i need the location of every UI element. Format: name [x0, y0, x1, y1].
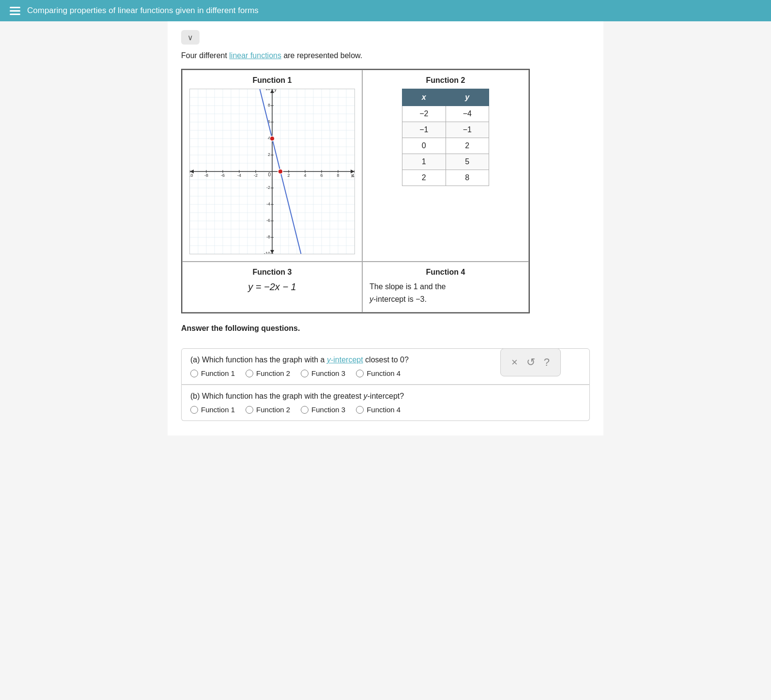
qb-radio-f1[interactable]: [190, 406, 198, 414]
intro-before: Four different: [181, 51, 229, 60]
table-cell-x: 0: [402, 138, 446, 154]
qb-radio-f3[interactable]: [301, 406, 308, 414]
qa-option-3[interactable]: Function 3: [301, 369, 345, 377]
header-title: Comparing properties of linear functions…: [27, 6, 259, 16]
qb-label-f1: Function 1: [201, 405, 235, 414]
table-row: 15: [402, 154, 489, 170]
table-cell-y: −4: [446, 106, 489, 122]
f4-line2: y-intercept is −3.: [370, 295, 427, 303]
intro-text: Four different linear functions are repr…: [181, 51, 590, 60]
table-cell-x: −1: [402, 122, 446, 138]
undo-button[interactable]: ↺: [526, 356, 535, 369]
qb-option-2[interactable]: Function 2: [246, 405, 290, 414]
table-row: −2−4: [402, 106, 489, 122]
f4-line1: The slope is 1 and the: [370, 282, 446, 291]
qa-before: (a) Which function has the graph with a: [190, 356, 327, 364]
close-button[interactable]: ×: [511, 356, 518, 369]
qb-option-4[interactable]: Function 4: [356, 405, 401, 414]
function-1-title: Function 1: [189, 76, 355, 85]
qa-radio-f1[interactable]: [190, 370, 198, 377]
table-cell-x: 1: [402, 154, 446, 170]
question-b-text: (b) Which function has the graph with th…: [190, 392, 581, 401]
qb-label-f4: Function 4: [367, 405, 401, 414]
qa-label-f3: Function 3: [311, 369, 345, 377]
qa-radio-f2[interactable]: [246, 370, 253, 377]
function-3-equation: y = −2x − 1: [189, 281, 355, 293]
table-cell-y: 2: [446, 138, 489, 154]
function-2-cell: Function 2 x y −2−4−1−1021528: [362, 70, 529, 262]
function-4-description: The slope is 1 and the y-intercept is −3…: [370, 280, 522, 305]
collapse-button[interactable]: ∨: [181, 30, 200, 45]
side-actions-panel: × ↺ ?: [500, 348, 561, 376]
function-4-cell: Function 4 The slope is 1 and the y-inte…: [362, 262, 529, 312]
y-intercept-link-a[interactable]: y-intercept: [327, 356, 363, 364]
qb-option-1[interactable]: Function 1: [190, 405, 235, 414]
linear-functions-link[interactable]: linear functions: [229, 51, 281, 60]
table-row: −1−1: [402, 122, 489, 138]
function-4-title: Function 4: [370, 268, 522, 277]
qa-after: closest to 0?: [363, 356, 409, 364]
qb-label-f3: Function 3: [311, 405, 345, 414]
table-cell-y: −1: [446, 122, 489, 138]
table-row: 02: [402, 138, 489, 154]
intro-after: are represented below.: [281, 51, 362, 60]
help-button[interactable]: ?: [544, 356, 550, 369]
qb-radio-f4[interactable]: [356, 406, 364, 414]
table-col-y: y: [446, 89, 489, 106]
table-col-x: x: [402, 89, 446, 106]
function-1-cell: Function 1: [182, 70, 362, 262]
qa-radio-f3[interactable]: [301, 370, 308, 377]
function-3-title: Function 3: [189, 268, 355, 277]
qa-option-2[interactable]: Function 2: [246, 369, 290, 377]
question-b-box: (b) Which function has the graph with th…: [181, 385, 590, 421]
function-3-cell: Function 3 y = −2x − 1: [182, 262, 362, 312]
graph-container: [189, 89, 355, 254]
question-b-options: Function 1 Function 2 Function 3 Fu: [190, 405, 581, 414]
qa-option-4[interactable]: Function 4: [356, 369, 401, 377]
table-cell-y: 5: [446, 154, 489, 170]
qb-option-3[interactable]: Function 3: [301, 405, 345, 414]
main-content: ∨ Four different linear functions are re…: [168, 21, 603, 436]
header: Comparing properties of linear functions…: [0, 0, 771, 21]
table-cell-x: −2: [402, 106, 446, 122]
answer-section-label: Answer the following questions.: [181, 324, 590, 333]
function-2-title: Function 2: [370, 76, 522, 85]
table-row: 28: [402, 170, 489, 186]
qa-label-f2: Function 2: [256, 369, 290, 377]
functions-grid: Function 1 Function 2 x y −2−4−1−1021528: [181, 69, 530, 313]
qa-label-f4: Function 4: [367, 369, 401, 377]
answer-section: Answer the following questions. (a) Whic…: [181, 324, 590, 421]
qa-option-1[interactable]: Function 1: [190, 369, 235, 377]
qa-label-f1: Function 1: [201, 369, 235, 377]
table-cell-x: 2: [402, 170, 446, 186]
qb-label-f2: Function 2: [256, 405, 290, 414]
table-cell-y: 8: [446, 170, 489, 186]
qa-radio-f4[interactable]: [356, 370, 364, 377]
questions-wrapper: (a) Which function has the graph with a …: [181, 348, 590, 421]
qb-text: (b) Which function has the graph with th…: [190, 392, 404, 400]
hamburger-menu[interactable]: [10, 7, 20, 15]
qb-radio-f2[interactable]: [246, 406, 253, 414]
function-2-table: x y −2−4−1−1021528: [402, 89, 489, 186]
